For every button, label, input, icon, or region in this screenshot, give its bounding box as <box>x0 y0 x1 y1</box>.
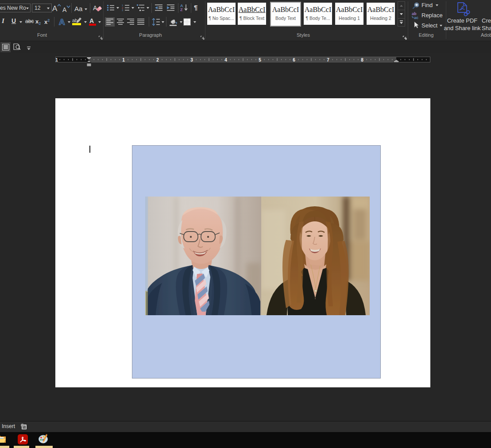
svg-text:1: 1 <box>122 58 125 62</box>
svg-text:7: 7 <box>327 58 329 62</box>
svg-text:2: 2 <box>156 58 159 62</box>
svg-text:1: 1 <box>55 58 58 62</box>
svg-text:4: 4 <box>224 58 227 62</box>
svg-text:3: 3 <box>190 58 193 62</box>
svg-text:3: 3 <box>122 9 123 11</box>
svg-text:6: 6 <box>293 58 295 62</box>
svg-text:ab: ab <box>72 18 77 23</box>
svg-text:5: 5 <box>259 58 261 62</box>
svg-text:Z: Z <box>180 8 183 12</box>
svg-text:A: A <box>89 17 94 24</box>
svg-text:8: 8 <box>361 58 363 62</box>
svg-text:A: A <box>59 17 65 26</box>
svg-text:ac: ac <box>414 15 418 19</box>
svg-text:A: A <box>93 4 97 12</box>
